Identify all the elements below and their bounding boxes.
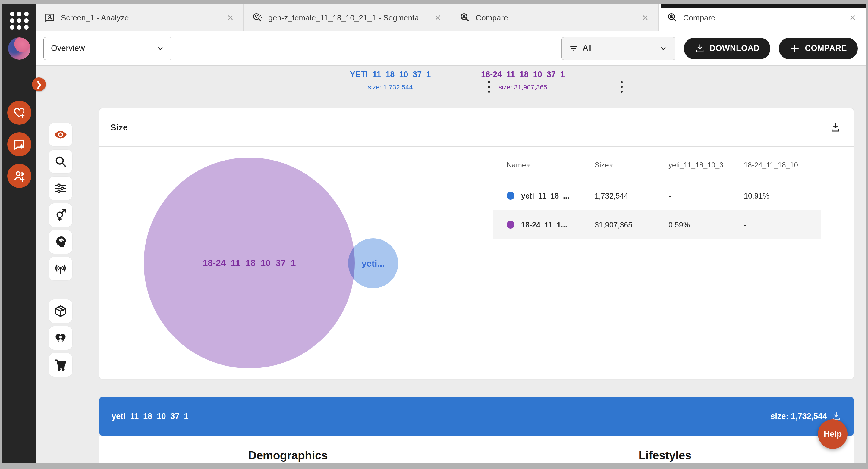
sidebar-actions — [2, 101, 36, 188]
sort-icon: ▾ — [527, 163, 530, 169]
detail-sections: Demographics Lifestyles — [99, 436, 854, 463]
kebab-menu-icon[interactable] — [615, 78, 627, 96]
audience-detail-banner: yeti_11_18_10_37_1 size: 1,732,544 — [99, 397, 854, 436]
chevron-down-icon — [156, 44, 165, 53]
toolbar: Overview All DOWNLOAD COMPARE — [36, 31, 866, 66]
column-header-yeti: yeti_11_18_10_3... — [669, 161, 744, 169]
row-size: 1,732,544 — [595, 192, 669, 200]
size-card: Size 18-24_11_18_10_37_1 yeti... Name▾ — [99, 108, 854, 379]
venn-label-yeti: yeti... — [362, 259, 385, 269]
row-yeti-overlap: 0.59% — [669, 221, 744, 229]
row-other-overlap: 10.91% — [744, 192, 821, 200]
close-icon[interactable]: ✕ — [640, 12, 650, 24]
legend-dot — [507, 221, 515, 229]
banner-size: size: 1,732,544 — [770, 412, 827, 421]
table-spacer — [493, 175, 821, 181]
brain-head-icon — [54, 235, 67, 248]
tab-label: gen-z_female_11_18_10_21_1 - Segmentati.… — [268, 13, 427, 23]
audience-size: size: 31,907,365 — [451, 83, 595, 91]
row-name-cell: yeti_11_18_... — [507, 192, 595, 200]
rail-products-button[interactable] — [49, 299, 72, 323]
tab-genz-segmentation[interactable]: gen-z_female_11_18_10_21_1 - Segmentati.… — [244, 4, 451, 31]
help-button[interactable]: Help — [818, 419, 847, 449]
search-icon — [54, 155, 67, 168]
sliders-icon — [54, 181, 67, 195]
main-content: YETI_11_18_10_37_1 size: 1,732,544 18-24… — [36, 66, 866, 463]
download-icon — [830, 122, 841, 133]
tab-compare-1[interactable]: Compare ✕ — [451, 4, 658, 31]
tab-screen1-analyze[interactable]: Screen_1 - Analyze ✕ — [36, 4, 244, 31]
rail-overview-button[interactable] — [49, 123, 72, 146]
audience-size: size: 1,732,544 — [318, 83, 463, 91]
app-window: ❯ — [2, 4, 866, 463]
row-name: 18-24_11_1... — [521, 221, 567, 229]
tab-label: Compare — [476, 13, 635, 23]
download-icon — [695, 43, 705, 54]
avatar[interactable] — [8, 37, 30, 60]
rail-media-button[interactable] — [49, 257, 72, 280]
filter-selector[interactable]: All — [561, 37, 675, 60]
toolbar-right-group: All DOWNLOAD COMPARE — [561, 37, 858, 60]
card-title: Size — [110, 123, 128, 133]
row-name-cell: 18-24_11_1... — [507, 221, 595, 229]
tab-label: Screen_1 - Analyze — [61, 13, 220, 23]
view-selector[interactable]: Overview — [43, 37, 173, 60]
analyze-tab-icon — [44, 12, 56, 24]
demographics-heading: Demographics — [99, 436, 476, 463]
add-comment-button[interactable] — [7, 132, 31, 156]
compare-button-label: COMPARE — [805, 44, 847, 53]
cart-icon — [54, 358, 67, 371]
heart-person-icon — [54, 331, 67, 345]
size-card-header: Size — [99, 108, 854, 147]
compare-tab-icon — [459, 12, 470, 24]
chevron-down-icon — [659, 44, 668, 53]
column-header-size[interactable]: Size▾ — [595, 161, 669, 169]
rail-purchase-button[interactable] — [49, 353, 72, 376]
legend-dot — [507, 192, 515, 200]
package-icon — [54, 305, 67, 318]
add-person-button[interactable] — [7, 164, 31, 188]
venn-label-18-24: 18-24_11_18_10_37_1 — [203, 258, 296, 268]
column-label: Name — [507, 161, 526, 169]
rail-psychographics-button[interactable] — [49, 230, 72, 254]
add-favorite-button[interactable] — [7, 101, 31, 125]
table-row[interactable]: yeti_11_18_... 1,732,544 - 10.91% — [493, 181, 821, 210]
download-button-label: DOWNLOAD — [710, 44, 760, 53]
column-header-18-24: 18-24_11_18_10... — [744, 161, 821, 169]
venn-diagram: 18-24_11_18_10_37_1 yeti... — [99, 147, 491, 379]
lifestyles-heading: Lifestyles — [476, 436, 854, 463]
apps-grid-icon[interactable] — [10, 11, 29, 30]
row-other-overlap: - — [744, 221, 821, 229]
table-row[interactable]: 18-24_11_1... 31,907,365 0.59% - — [493, 210, 821, 239]
close-icon[interactable]: ✕ — [847, 12, 858, 24]
tab-label: Compare — [683, 13, 842, 23]
banner-title: yeti_11_18_10_37_1 — [112, 412, 188, 421]
row-yeti-overlap: - — [669, 192, 744, 200]
rail-attributes-button[interactable] — [49, 176, 72, 200]
chevron-right-icon[interactable]: ❯ — [32, 77, 46, 91]
rail-lifestyles-button[interactable] — [49, 326, 72, 350]
filter-icon — [569, 44, 578, 53]
left-icon-rail — [49, 123, 72, 380]
card-download-button[interactable] — [828, 120, 843, 135]
rail-demographics-button[interactable] — [49, 203, 72, 227]
filter-selector-value: All — [583, 44, 592, 53]
rail-group-gap — [49, 284, 72, 299]
app-sidebar: ❯ — [2, 4, 36, 463]
active-tab-top-strip — [661, 4, 866, 8]
download-button[interactable]: DOWNLOAD — [684, 38, 771, 59]
audience-header: YETI_11_18_10_37_1 size: 1,732,544 18-24… — [36, 70, 866, 103]
close-icon[interactable]: ✕ — [433, 12, 443, 24]
gender-icon — [54, 208, 67, 222]
column-header-name[interactable]: Name▾ — [507, 161, 595, 169]
compare-button[interactable]: COMPARE — [779, 38, 858, 59]
close-icon[interactable]: ✕ — [225, 12, 236, 24]
audience-name: YETI_11_18_10_37_1 — [318, 70, 463, 79]
comment-plus-icon — [13, 138, 26, 151]
audience-yeti: YETI_11_18_10_37_1 size: 1,732,544 — [318, 70, 463, 91]
audience-name: 18-24_11_18_10_37_1 — [451, 70, 595, 79]
comparison-table: Name▾ Size▾ yeti_11_18_10_3... 18-24_11_… — [493, 156, 821, 239]
rail-search-button[interactable] — [49, 150, 72, 173]
person-plus-icon — [13, 169, 26, 182]
table-header-row: Name▾ Size▾ yeti_11_18_10_3... 18-24_11_… — [493, 156, 821, 175]
